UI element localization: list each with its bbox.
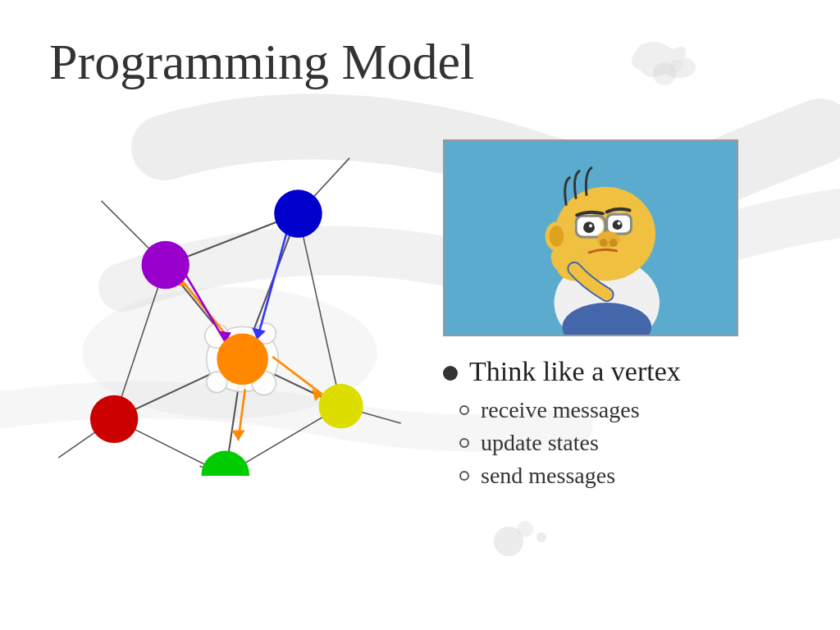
bullet-dot bbox=[443, 366, 458, 381]
svg-point-5 bbox=[670, 59, 683, 72]
homer-svg bbox=[445, 139, 737, 336]
sub-bullet-update: update states bbox=[459, 430, 820, 456]
right-content-area: Think like a vertex receive messages upd… bbox=[443, 139, 820, 495]
sub-bullet-circle-2 bbox=[459, 438, 469, 448]
node-blue bbox=[274, 189, 322, 237]
sub-bullet-circle-1 bbox=[459, 405, 469, 415]
sub-bullet-update-text: update states bbox=[481, 430, 599, 456]
slide: Programming Model bbox=[0, 0, 840, 630]
svg-point-3 bbox=[536, 532, 546, 542]
homer-image bbox=[443, 139, 738, 336]
node-orange bbox=[217, 334, 268, 386]
svg-point-51 bbox=[618, 221, 621, 225]
svg-point-1 bbox=[494, 527, 523, 556]
bullet-main-text: Think like a vertex bbox=[469, 356, 681, 387]
sub-bullet-send-text: send messages bbox=[481, 463, 615, 489]
svg-point-50 bbox=[589, 224, 592, 227]
svg-point-4 bbox=[653, 62, 676, 85]
svg-line-12 bbox=[114, 265, 166, 419]
graph-area bbox=[33, 131, 427, 476]
sub-bullet-circle-3 bbox=[459, 471, 469, 481]
svg-line-30 bbox=[272, 357, 322, 395]
svg-line-34 bbox=[184, 271, 226, 342]
svg-point-58 bbox=[569, 244, 582, 265]
bullet-main: Think like a vertex bbox=[443, 356, 820, 387]
svg-line-32 bbox=[257, 228, 288, 340]
bullets-container: Think like a vertex receive messages upd… bbox=[443, 356, 820, 489]
node-red bbox=[90, 395, 138, 443]
node-green bbox=[202, 450, 249, 476]
svg-point-48 bbox=[583, 221, 595, 233]
svg-line-15 bbox=[298, 213, 340, 406]
graph-svg bbox=[33, 131, 427, 476]
sub-bullets-list: receive messages update states send mess… bbox=[443, 397, 820, 489]
svg-point-53 bbox=[600, 239, 608, 247]
sub-bullet-receive: receive messages bbox=[459, 397, 820, 423]
sub-bullet-send: send messages bbox=[459, 463, 820, 489]
svg-point-49 bbox=[613, 220, 623, 230]
svg-marker-29 bbox=[231, 430, 245, 441]
svg-point-54 bbox=[609, 239, 618, 247]
slide-title: Programming Model bbox=[49, 33, 474, 91]
node-yellow bbox=[319, 384, 363, 428]
svg-point-2 bbox=[517, 521, 533, 537]
svg-point-42 bbox=[550, 226, 564, 247]
node-purple bbox=[142, 241, 189, 289]
sub-bullet-receive-text: receive messages bbox=[481, 397, 640, 423]
